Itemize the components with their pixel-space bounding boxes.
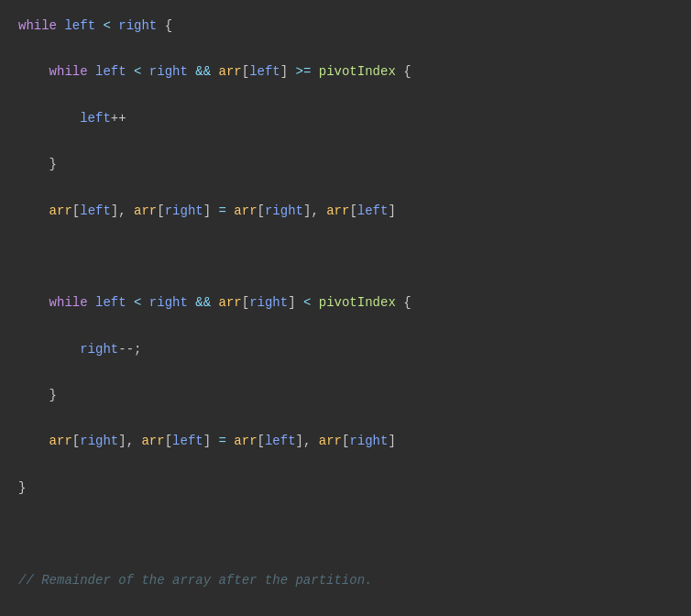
line-7: } <box>18 153 673 176</box>
line-4 <box>18 84 673 107</box>
line-17: } <box>18 384 673 407</box>
code-block: while left < right { while left < right … <box>18 15 673 616</box>
line-14 <box>18 314 673 337</box>
line-20 <box>18 454 673 477</box>
line-24 <box>18 545 673 568</box>
line-10 <box>18 223 673 246</box>
line-19: arr[right], arr[left] = arr[left], arr[r… <box>18 430 673 453</box>
line-26 <box>18 592 673 615</box>
line-18 <box>18 407 673 430</box>
line-15: right--; <box>18 338 673 361</box>
line-9: arr[left], arr[right] = arr[right], arr[… <box>18 200 673 223</box>
line-25: // Remainder of the array after the part… <box>18 569 673 592</box>
line-16 <box>18 361 673 384</box>
line-22 <box>18 500 673 522</box>
line-13: while left < right && arr[right] < pivot… <box>18 292 673 314</box>
line-23 <box>18 522 673 545</box>
line-5: left++ <box>18 107 673 130</box>
line-2 <box>18 38 673 60</box>
line-12 <box>18 269 673 292</box>
code-container: while left < right { while left < right … <box>0 0 691 616</box>
line-3: while left < right && arr[left] >= pivot… <box>18 60 673 83</box>
line-21: } <box>18 477 673 500</box>
line-1: while left < right { <box>18 15 673 38</box>
line-8 <box>18 176 673 199</box>
line-11 <box>18 246 673 269</box>
line-6 <box>18 130 673 153</box>
